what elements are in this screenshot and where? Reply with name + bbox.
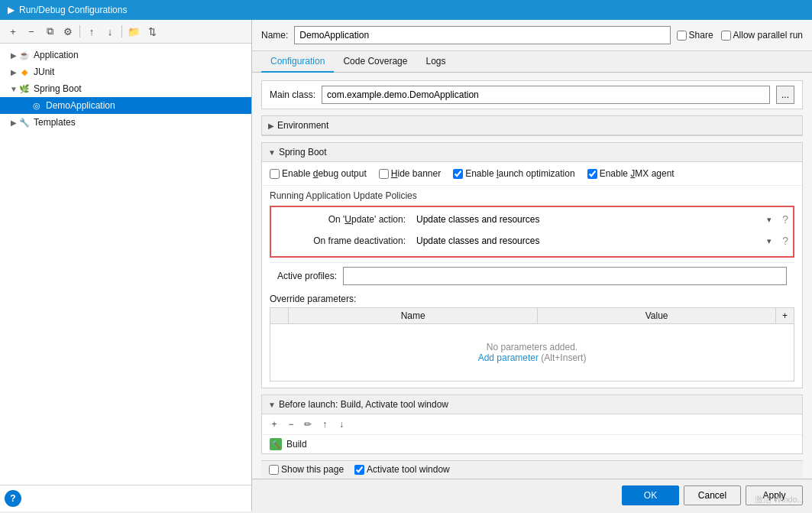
jmx-agent-checkbox[interactable] <box>587 169 597 179</box>
sidebar-item-spring-boot[interactable]: ▼ 🌿 Spring Boot <box>0 80 251 97</box>
params-tbody: No parameters added. Add parameter (Alt+… <box>270 324 794 382</box>
activate-window-text: Activate tool window <box>367 464 450 475</box>
application-icon: ☕ <box>18 49 31 61</box>
spring-boot-section-header[interactable]: ▼ Spring Boot <box>262 143 802 162</box>
active-profiles-input[interactable] <box>343 267 787 285</box>
bl-up-button[interactable]: ↑ <box>317 417 332 432</box>
frame-deactivation-select[interactable]: Update classes and resources <box>412 232 776 250</box>
activate-window-checkbox[interactable] <box>354 465 364 475</box>
watermark-text: 激活 Windo... <box>755 494 804 505</box>
add-param-row: Add parameter (Alt+Insert) <box>292 352 772 363</box>
before-launch-header[interactable]: ▼ Before launch: Build, Activate tool wi… <box>262 395 802 414</box>
allow-parallel-checkbox[interactable] <box>721 31 731 41</box>
sidebar-item-label: DemoApplication <box>46 100 115 111</box>
left-bottom: ? <box>0 485 251 511</box>
launch-optimization-label[interactable]: Enable launch optimization <box>453 168 574 179</box>
params-placeholder: No parameters added. Add parameter (Alt+… <box>277 326 788 378</box>
templates-icon: 🔧 <box>18 116 31 128</box>
remove-config-button[interactable]: − <box>23 23 40 40</box>
policies-title: Running Application Update Policies <box>270 190 794 201</box>
tab-bar: Configuration Code Coverage Logs <box>252 51 812 73</box>
main-class-browse-button[interactable]: ... <box>776 86 794 104</box>
folder-button[interactable]: 📁 <box>125 23 142 40</box>
override-params-label: Override parameters: <box>270 294 794 304</box>
share-checkbox-label[interactable]: Share <box>677 30 713 41</box>
move-down-button[interactable]: ↓ <box>102 23 118 40</box>
bl-edit-button[interactable]: ✏ <box>300 417 315 432</box>
update-action-select[interactable]: Update classes and resources <box>412 210 776 229</box>
tab-code-coverage[interactable]: Code Coverage <box>334 51 416 73</box>
sidebar-item-application[interactable]: ▶ ☕ Application <box>0 47 251 63</box>
debug-output-checkbox[interactable] <box>270 169 280 179</box>
move-up-button[interactable]: ↑ <box>83 23 100 40</box>
bl-add-button[interactable]: + <box>267 417 282 432</box>
tab-configuration[interactable]: Configuration <box>261 51 334 73</box>
allow-parallel-label: Allow parallel run <box>733 30 803 41</box>
frame-deactivation-row: On frame deactivation: Update classes an… <box>276 232 788 250</box>
header-checkboxes: Share Allow parallel run <box>677 30 803 41</box>
add-config-button[interactable]: + <box>5 23 21 40</box>
name-input[interactable] <box>294 26 670 44</box>
copy-config-button[interactable]: ⧉ <box>41 23 58 40</box>
launch-optimization-text: Enable launch optimization <box>465 168 574 179</box>
separator-2 <box>121 25 122 37</box>
bottom-footer: Show this page Activate tool window <box>261 460 803 478</box>
active-profiles-label: Active profiles: <box>277 271 337 281</box>
show-page-label[interactable]: Show this page <box>269 464 344 475</box>
add-param-hint: (Alt+Insert) <box>541 352 586 363</box>
environment-title: Environment <box>277 120 328 131</box>
jmx-agent-label[interactable]: Enable JMX agent <box>587 168 675 179</box>
allow-parallel-checkbox-label[interactable]: Allow parallel run <box>721 30 803 41</box>
build-item: 🔨 Build <box>262 435 802 453</box>
sidebar-item-junit[interactable]: ▶ ◆ JUnit <box>0 63 251 80</box>
before-launch-section: ▼ Before launch: Build, Activate tool wi… <box>261 394 803 454</box>
sidebar-item-demo-application[interactable]: ◎ DemoApplication <box>0 97 251 114</box>
spring-boot-arrow: ▼ <box>9 85 18 93</box>
before-launch-title: Before launch: Build, Activate tool wind… <box>279 399 448 410</box>
demo-app-icon: ◎ <box>31 99 43 112</box>
col-checkbox <box>270 308 289 324</box>
spring-boot-icon: 🌿 <box>18 83 31 95</box>
show-page-checkbox[interactable] <box>269 465 279 475</box>
hide-banner-text: Hide banner <box>391 168 441 179</box>
dialog-buttons: OK Cancel Apply <box>252 479 812 511</box>
run-debug-icon: ▶ <box>8 5 15 15</box>
activate-window-label[interactable]: Activate tool window <box>354 464 450 475</box>
main-container: + − ⧉ ⚙ ↑ ↓ 📁 ⇅ ▶ ☕ Application ▶ <box>0 20 812 511</box>
update-action-help-icon: ? <box>782 213 788 226</box>
right-panel: Name: Share Allow parallel run Configura… <box>252 20 812 511</box>
name-row: Name: Share Allow parallel run <box>252 20 812 51</box>
sidebar-item-label: Application <box>34 50 79 60</box>
sort-button[interactable]: ⇅ <box>144 23 160 40</box>
config-tree: ▶ ☕ Application ▶ ◆ JUnit ▼ 🌿 Spring Boo… <box>0 44 251 485</box>
application-arrow: ▶ <box>9 51 18 60</box>
share-checkbox[interactable] <box>677 31 687 41</box>
main-class-input[interactable] <box>322 86 770 104</box>
left-toolbar: + − ⧉ ⚙ ↑ ↓ 📁 ⇅ <box>0 20 251 44</box>
settings-button[interactable]: ⚙ <box>60 23 76 40</box>
policies-group: On 'Update' action: Update classes and r… <box>270 206 794 258</box>
launch-optimization-checkbox[interactable] <box>453 169 463 179</box>
debug-output-label[interactable]: Enable debug output <box>270 168 367 179</box>
content-area: Main class: ... ▶ Environment ▼ Spring B… <box>252 73 812 479</box>
tab-logs[interactable]: Logs <box>416 51 455 73</box>
bl-down-button[interactable]: ↓ <box>334 417 349 432</box>
help-button[interactable]: ? <box>5 490 21 507</box>
add-param-link[interactable]: Add parameter <box>478 352 539 363</box>
col-add[interactable]: + <box>775 308 794 324</box>
cancel-button[interactable]: Cancel <box>684 485 741 505</box>
active-profiles-row: Active profiles: <box>270 262 794 289</box>
bl-remove-button[interactable]: − <box>283 417 299 432</box>
left-panel: + − ⧉ ⚙ ↑ ↓ 📁 ⇅ ▶ ☕ Application ▶ <box>0 20 252 511</box>
sidebar-item-label: Templates <box>34 117 76 128</box>
environment-arrow: ▶ <box>268 122 274 130</box>
environment-header[interactable]: ▶ Environment <box>262 116 802 135</box>
params-container: Name Value + No parameters added. <box>270 307 794 382</box>
hide-banner-checkbox[interactable] <box>379 169 389 179</box>
ok-button[interactable]: OK <box>622 485 679 505</box>
col-value: Value <box>538 308 776 324</box>
params-empty-cell: No parameters added. Add parameter (Alt+… <box>270 324 794 382</box>
hide-banner-label[interactable]: Hide banner <box>379 168 441 179</box>
override-params-section: Override parameters: Name Value + <box>262 294 802 388</box>
sidebar-item-templates[interactable]: ▶ 🔧 Templates <box>0 114 251 131</box>
